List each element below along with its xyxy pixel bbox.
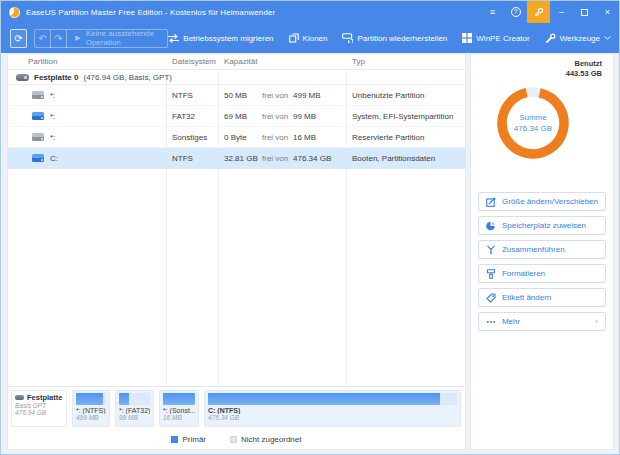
operation-group: ↶ ↷ ▶ Keine ausstehende Operation: [34, 29, 168, 48]
resize-move-icon: [486, 197, 496, 207]
disk-map-legend: Primär Nicht zugeordnet: [8, 429, 465, 449]
refresh-button[interactable]: ⟳: [10, 29, 27, 48]
usage-chart: Benutzt 443.53 GB Summe 476.34 GB: [471, 54, 613, 188]
undo-button[interactable]: ↶: [35, 33, 50, 44]
toolbar: ⟳ ↶ ↷ ▶ Keine ausstehende Operation Betr…: [1, 23, 619, 53]
disk-map-block[interactable]: *: (FAT32) 99 MB: [115, 390, 154, 427]
partition-actions: Größe ändern/Verschieben Speicherplatz z…: [471, 188, 613, 331]
resize-move-button[interactable]: Größe ändern/Verschieben: [478, 192, 606, 211]
chevron-right-icon: ›: [595, 317, 598, 326]
menu-list-icon[interactable]: ≡: [481, 1, 504, 23]
window-title: EaseUS Partition Master Free Edition - K…: [26, 8, 275, 17]
disk-name: Festplatte 0: [34, 73, 78, 82]
more-dots-icon: [486, 317, 496, 327]
legend-primary: Primär: [171, 435, 206, 444]
disk-group-row[interactable]: Festplatte 0 (476.94 GB, Basis, GPT): [8, 70, 465, 85]
winpe-icon: [462, 33, 472, 43]
col-filesystem[interactable]: Dateisystem: [166, 57, 218, 66]
table-row[interactable]: *: NTFS 50 MBfrei von499 MB Unbenutzte P…: [8, 85, 465, 106]
disk-details: (476.94 GB, Basis, GPT): [83, 73, 171, 82]
redo-button[interactable]: ↷: [51, 33, 66, 44]
disk-map-block[interactable]: *: (Sonst... 16 MB: [159, 390, 199, 427]
donut-center-label: Summe 476.34 GB: [490, 80, 576, 166]
partition-icon: [32, 112, 44, 120]
legend-unallocated: Nicht zugeordnet: [230, 435, 301, 444]
clone-icon: [289, 33, 299, 43]
table-row[interactable]: *: FAT32 69 MBfrei von99 MB System, EFI-…: [8, 106, 465, 127]
hard-disk-icon: [16, 74, 29, 81]
tools-menu-button[interactable]: Werkzeuge: [545, 33, 611, 44]
table-row[interactable]: *: Sonstiges 0 Bytefrei von16 MB Reservi…: [8, 127, 465, 148]
table-row-selected[interactable]: C: NTFS 32.81 GBfrei von476.34 GB Booten…: [8, 148, 465, 169]
disk-map-disk-info[interactable]: Festplatte 0 Basis GPT 476.94 GB: [11, 390, 67, 427]
pending-operation-button[interactable]: ▶ Keine ausstehende Operation: [66, 29, 167, 47]
content-area: Partition Dateisystem Kapazität Typ Fest…: [1, 53, 619, 454]
partition-table-panel: Partition Dateisystem Kapazität Typ Fest…: [7, 53, 466, 450]
play-icon: ▶: [75, 34, 80, 42]
allocate-space-icon: [486, 221, 496, 231]
key-icon: [533, 7, 544, 18]
col-capacity[interactable]: Kapazität: [218, 57, 346, 66]
partition-icon: [32, 154, 44, 162]
title-bar: EaseUS Partition Master Free Edition - K…: [1, 1, 619, 23]
table-empty-space: [8, 169, 465, 386]
winpe-creator-button[interactable]: WinPE Creator: [462, 33, 529, 43]
format-button[interactable]: Formatieren: [478, 264, 606, 283]
minimize-button[interactable]: –: [550, 1, 573, 23]
partition-recovery-button[interactable]: Partition wiederherstellen: [342, 33, 447, 43]
label-tag-icon: [486, 293, 496, 303]
partition-icon: [32, 133, 44, 141]
app-logo-icon: [9, 7, 20, 18]
allocate-space-button[interactable]: Speicherplatz zuweisen: [478, 216, 606, 235]
merge-button[interactable]: Zusammenführen: [478, 240, 606, 259]
disk-map: Festplatte 0 Basis GPT 476.94 GB *: (NTF…: [8, 386, 465, 429]
partition-icon: [32, 91, 44, 99]
col-partition[interactable]: Partition: [8, 57, 166, 66]
primary-swatch: [171, 436, 178, 443]
chevron-down-icon: [604, 36, 611, 40]
merge-icon: [486, 245, 496, 255]
migrate-icon: [168, 34, 179, 43]
used-label: Benutzt 443.53 GB: [566, 59, 602, 79]
format-icon: [486, 269, 496, 279]
side-panel: Benutzt 443.53 GB Summe 476.34 GB: [470, 53, 614, 450]
help-icon[interactable]: ?: [504, 1, 527, 23]
close-button[interactable]: ×: [596, 1, 619, 23]
disk-map-block[interactable]: *: (NTFS) 499 MB: [72, 390, 110, 427]
clone-button[interactable]: Klonen: [289, 33, 328, 43]
app-window: EaseUS Partition Master Free Edition - K…: [0, 0, 620, 455]
tools-icon: [545, 33, 556, 44]
upgrade-key-button[interactable]: [527, 1, 550, 23]
col-type[interactable]: Typ: [346, 57, 465, 66]
table-header: Partition Dateisystem Kapazität Typ: [8, 54, 465, 70]
maximize-button[interactable]: [573, 1, 596, 23]
unallocated-swatch: [230, 436, 237, 443]
partition-recover-icon: [342, 33, 353, 43]
change-label-button[interactable]: Etikett ändern: [478, 288, 606, 307]
more-button[interactable]: Mehr ›: [478, 312, 606, 331]
hard-disk-icon: [15, 395, 24, 400]
migrate-os-button[interactable]: Betriebssystem migrieren: [168, 34, 273, 43]
disk-map-block-selected[interactable]: C: (NTFS) 476.34 GB: [204, 390, 461, 427]
